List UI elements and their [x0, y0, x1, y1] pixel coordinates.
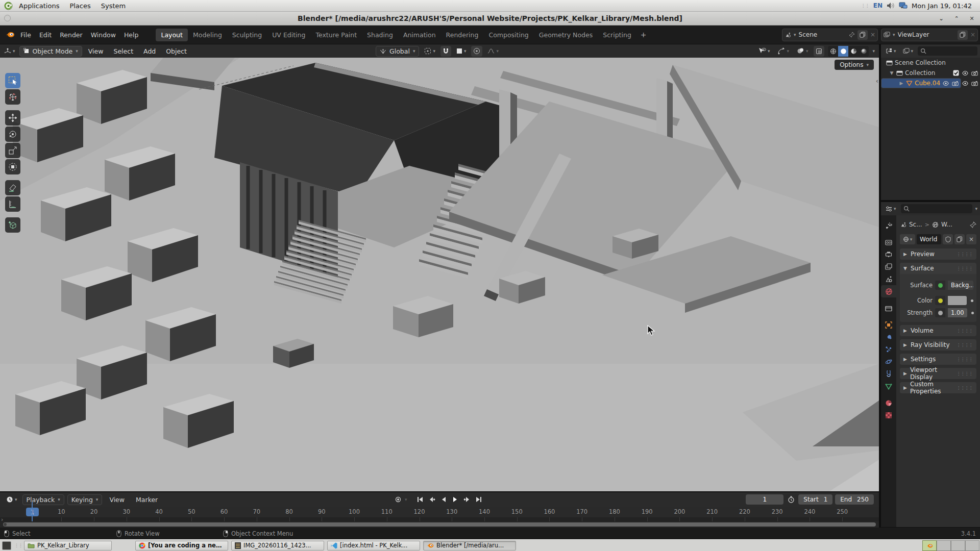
menu-system[interactable]: System: [96, 2, 130, 10]
panel-grip[interactable]: ⋮⋮⋮⋮: [957, 329, 973, 333]
outliner-row-collection[interactable]: ▼ Collection: [881, 68, 980, 78]
world-name-field[interactable]: World: [917, 234, 941, 244]
remove-view-layer-icon[interactable]: ×: [970, 31, 975, 38]
taskbar-item-image[interactable]: IMG_20260116_1423...: [231, 541, 324, 550]
surface-shader-button[interactable]: Backg...: [948, 281, 973, 290]
eye-icon[interactable]: [942, 81, 949, 86]
workspace-1[interactable]: [922, 540, 937, 551]
tool-scale[interactable]: [5, 143, 20, 158]
current-frame-field[interactable]: 1: [746, 494, 783, 505]
playhead-line[interactable]: [32, 502, 33, 521]
menu-object[interactable]: Object: [162, 46, 191, 57]
workspace-tab-layout[interactable]: Layout: [156, 29, 188, 41]
exclude-checkbox-icon[interactable]: [953, 70, 959, 76]
unlink-scene-icon[interactable]: ×: [870, 31, 875, 38]
properties-editor-type-button[interactable]: ▾: [884, 204, 898, 214]
new-world-icon[interactable]: [954, 234, 965, 244]
panel-custom-properties[interactable]: ▶ Custom Properties ⋮⋮⋮⋮: [900, 382, 976, 393]
pin-icon[interactable]: [849, 32, 855, 38]
previous-keyframe-button[interactable]: [427, 495, 437, 505]
proportional-falloff-selector[interactable]: ▾: [485, 46, 501, 57]
scene-selector[interactable]: ▾ Scene ×: [782, 29, 878, 41]
panel-settings[interactable]: ▶ Settings ⋮⋮⋮⋮: [900, 354, 976, 365]
workspace-tab-compositing[interactable]: Compositing: [483, 29, 533, 41]
menu-render[interactable]: Render: [56, 29, 87, 41]
menu-file[interactable]: File: [16, 29, 35, 41]
tool-add-cube[interactable]: [5, 217, 20, 233]
taskbar-item-blender[interactable]: Blender* [/media/aru...: [423, 541, 516, 550]
menu-edit[interactable]: Edit: [35, 29, 56, 41]
volume-icon[interactable]: [887, 2, 895, 9]
tool-cursor[interactable]: [5, 89, 20, 105]
menu-add[interactable]: Add: [139, 46, 160, 57]
scrollbar-thumb[interactable]: [3, 522, 876, 527]
panel-grip[interactable]: ⋮⋮⋮⋮: [957, 371, 973, 376]
animate-dot-icon[interactable]: [971, 299, 973, 302]
keying-menu[interactable]: Keying▾: [67, 494, 103, 505]
properties-tab-view-layer[interactable]: [881, 261, 896, 273]
timeline-view-menu[interactable]: View: [105, 494, 129, 505]
network-display-icon[interactable]: [899, 2, 908, 9]
shading-options-chevron[interactable]: ▾: [872, 49, 875, 54]
workspace-2[interactable]: [937, 540, 951, 551]
menu-window[interactable]: Window: [87, 29, 120, 41]
panel-grip[interactable]: ⋮⋮⋮⋮: [957, 357, 973, 362]
shading-material-button[interactable]: [848, 46, 859, 57]
expand-arrow-icon[interactable]: ▼: [889, 70, 894, 76]
strength-field[interactable]: 1.00: [948, 308, 967, 317]
minimize-button[interactable]: ⌄: [936, 14, 946, 23]
sidebar-toggle-chevron[interactable]: ‹: [876, 77, 878, 85]
workspace-tab-uv-editing[interactable]: UV Editing: [267, 29, 310, 41]
world-browse-button[interactable]: ▾: [900, 234, 915, 244]
distro-logo-icon[interactable]: [3, 1, 13, 10]
clock[interactable]: Mon Jan 19, 01:42: [912, 2, 972, 10]
workspace-tab-modeling[interactable]: Modeling: [188, 29, 227, 41]
tool-annotate[interactable]: [5, 180, 20, 195]
selectability-visibility-selector[interactable]: ▾: [756, 46, 772, 57]
workspace-3[interactable]: [951, 540, 965, 551]
workspace-tab-scripting[interactable]: Scripting: [598, 29, 636, 41]
panel-viewport-display[interactable]: ▶ Viewport Display ⋮⋮⋮⋮: [900, 368, 976, 379]
outliner-display-mode-button[interactable]: ▾: [901, 46, 916, 57]
workspace-tab-shading[interactable]: Shading: [362, 29, 398, 41]
mode-selector[interactable]: Object Mode ▾: [19, 46, 82, 57]
pivot-point-selector[interactable]: ▾: [422, 46, 437, 57]
camera-render-icon[interactable]: [952, 81, 959, 86]
jump-to-end-button[interactable]: [474, 495, 484, 505]
properties-tab-texture[interactable]: [881, 409, 896, 421]
workspace-tab-rendering[interactable]: Rendering: [441, 29, 484, 41]
expand-arrow-icon[interactable]: ▶: [899, 81, 904, 86]
panel-grip[interactable]: ⋮⋮⋮⋮: [957, 266, 973, 271]
transform-orientation-selector[interactable]: Global ▾: [376, 46, 419, 57]
properties-tab-object[interactable]: [881, 319, 896, 331]
add-workspace-button[interactable]: +: [636, 31, 651, 39]
camera-render-icon[interactable]: [971, 81, 978, 86]
properties-tab-output[interactable]: [881, 248, 896, 261]
playback-menu[interactable]: Playback▾: [22, 494, 64, 505]
snap-target-selector[interactable]: ▾: [454, 46, 469, 57]
start-frame-field[interactable]: Start 1: [798, 494, 832, 505]
breadcrumb-world[interactable]: W...: [941, 221, 952, 228]
menu-select[interactable]: Select: [109, 46, 137, 57]
tool-select-box[interactable]: [5, 73, 20, 88]
properties-tab-tool[interactable]: [881, 219, 896, 232]
play-button[interactable]: [451, 495, 460, 505]
window-titlebar[interactable]: Blender* [/media/arushrc22/ARUSH'S/Perso…: [0, 12, 980, 26]
outliner-row-scene-collection[interactable]: Scene Collection: [881, 58, 980, 68]
unlink-world-icon[interactable]: ×: [966, 234, 976, 244]
keyboard-layout-indicator[interactable]: EN: [873, 2, 883, 9]
shading-rendered-button[interactable]: [859, 46, 869, 57]
panel-preview[interactable]: ▶ Preview ⋮⋮⋮⋮: [900, 248, 976, 260]
editor-type-button[interactable]: ▾: [2, 46, 17, 57]
timeline-ruler[interactable]: 1 10203040506070809010011012013014015016…: [0, 507, 879, 517]
menu-applications[interactable]: Applications: [14, 2, 64, 10]
menu-view[interactable]: View: [84, 46, 108, 57]
workspace-tab-texture-paint[interactable]: Texture Paint: [310, 29, 362, 41]
shading-solid-button[interactable]: [838, 46, 848, 57]
properties-tab-render[interactable]: [881, 236, 896, 248]
properties-tab-object-data[interactable]: [881, 380, 896, 392]
breadcrumb-scene[interactable]: Sc...: [909, 221, 922, 228]
properties-tab-physics[interactable]: [881, 356, 896, 368]
properties-tab-particles[interactable]: [881, 343, 896, 356]
properties-tab-collection[interactable]: [881, 302, 896, 314]
